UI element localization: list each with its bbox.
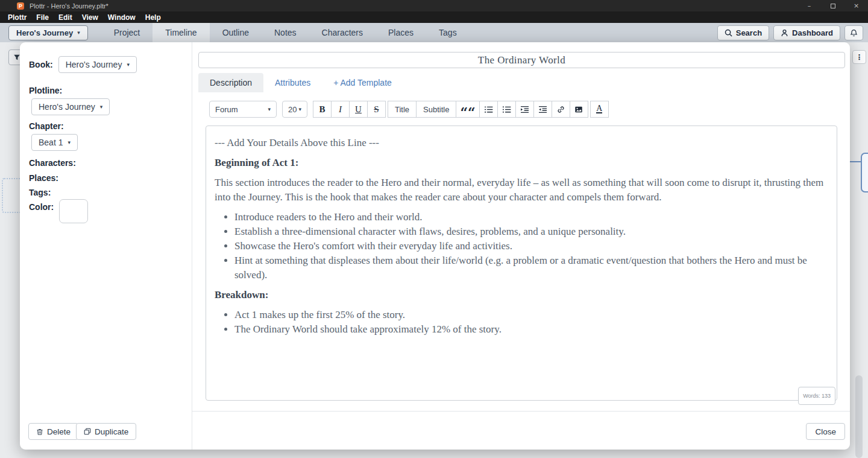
minimize-button[interactable]: –	[797, 0, 821, 11]
font-size-select[interactable]: 20 ▾	[282, 101, 307, 118]
link-button[interactable]	[552, 101, 570, 118]
plotline-dropdown-value: Hero's Journey	[39, 102, 95, 112]
rich-text-editor[interactable]: --- Add Your Details Above this Line ---…	[206, 126, 837, 401]
nav-tab-characters[interactable]: Characters	[309, 23, 376, 42]
editor-bullet-list: Introduce readers to the Hero and their …	[215, 210, 828, 282]
book-label: Book:	[29, 60, 53, 69]
timeline-scene-card[interactable]	[861, 153, 868, 192]
menu-item-edit[interactable]: Edit	[54, 13, 77, 22]
editor-list-item: Act 1 makes up the first 25% of the stor…	[234, 308, 828, 322]
plotline-label: Plotline:	[29, 86, 192, 95]
search-icon	[725, 29, 732, 37]
title-style-button[interactable]: Title	[388, 101, 417, 118]
editor-list-item: Establish a three-dimensional character …	[234, 224, 828, 239]
color-label: Color:	[29, 202, 54, 212]
search-button[interactable]: Search	[717, 25, 769, 40]
font-family-select[interactable]: Forum ▾	[209, 101, 277, 118]
duplicate-button-label: Duplicate	[95, 427, 128, 436]
tab-attributes[interactable]: Attributes	[263, 78, 322, 87]
indent-increase-button[interactable]	[515, 101, 534, 118]
nav-right-buttons: Search Dashboard	[717, 25, 863, 40]
chapter-label: Chapter:	[29, 121, 192, 131]
close-dialog-button[interactable]: Close	[806, 423, 845, 440]
italic-button[interactable]: I	[331, 101, 350, 118]
ordered-list-button[interactable]	[479, 101, 498, 118]
nav-tab-tags[interactable]: Tags	[426, 23, 470, 42]
bold-button[interactable]: B	[313, 101, 332, 118]
indent-decrease-button[interactable]	[533, 101, 552, 118]
vertical-ellipsis-icon: ⋮	[856, 53, 863, 62]
timeline-scrollbar[interactable]	[855, 375, 863, 458]
menu-item-file[interactable]: File	[31, 13, 54, 22]
indent-decrease-icon	[538, 106, 547, 113]
close-button-label: Close	[815, 427, 836, 436]
book-dropdown-value: Hero's Journey	[66, 60, 122, 69]
strikethrough-button[interactable]: S	[367, 101, 386, 118]
dashboard-button-label: Dashboard	[792, 28, 833, 37]
filter-funnel-icon	[13, 54, 20, 61]
bullet-list-button[interactable]	[497, 101, 516, 118]
menu-bar: PlottrFileEditViewWindowHelp	[0, 11, 868, 23]
bell-icon	[850, 29, 858, 37]
blockquote-button[interactable]: ““	[456, 101, 479, 118]
editor-content: --- Add Your Details Above this Line ---…	[215, 136, 828, 337]
underline-button[interactable]: U	[349, 101, 368, 118]
menu-item-help[interactable]: Help	[140, 13, 166, 22]
search-button-label: Search	[736, 28, 762, 37]
editor-list-item: Hint at something that displeases them a…	[234, 253, 828, 282]
notifications-button[interactable]	[844, 25, 863, 40]
editor-heading: Beginning of Act 1:	[215, 156, 828, 170]
indent-increase-icon	[520, 106, 529, 113]
nav-tab-notes[interactable]: Notes	[262, 23, 309, 42]
scene-card-dialog: Book: Hero's Journey ▾ Plotline: Hero's …	[20, 42, 850, 450]
nav-tab-outline[interactable]: Outline	[210, 23, 262, 42]
maximize-button[interactable]	[821, 0, 844, 11]
nav-bar: Hero's Journey ▾ ProjectTimelineOutlineN…	[0, 23, 868, 42]
font-family-value: Forum	[215, 105, 238, 114]
timeline-more-button[interactable]: ⋮	[852, 50, 866, 64]
window-title: Plottr - Hero's Journey.pltr*	[30, 2, 108, 10]
chevron-down-icon: ▾	[100, 104, 103, 110]
card-title-input[interactable]: The Ordinary World	[198, 52, 845, 68]
project-book-selector[interactable]: Hero's Journey ▾	[8, 25, 88, 40]
duplicate-button[interactable]: Duplicate	[76, 423, 136, 440]
nav-tabs: ProjectTimelineOutlineNotesCharactersPla…	[101, 23, 470, 42]
places-label: Places:	[29, 173, 192, 183]
window-controls: – ×	[797, 0, 868, 11]
card-tabs: Description Attributes + Add Template	[198, 73, 845, 92]
nav-tab-timeline[interactable]: Timeline	[153, 23, 209, 42]
book-dropdown[interactable]: Hero's Journey ▾	[58, 56, 137, 73]
chapter-dropdown[interactable]: Beat 1 ▾	[31, 134, 78, 151]
nav-tab-places[interactable]: Places	[376, 23, 426, 42]
delete-button[interactable]: Delete	[28, 423, 78, 440]
font-color-button[interactable]: A	[590, 101, 609, 118]
chevron-down-icon: ▾	[127, 62, 130, 68]
editor-paragraph: --- Add Your Details Above this Line ---	[215, 136, 828, 150]
chevron-down-icon: ▾	[68, 139, 71, 145]
link-icon	[557, 106, 565, 113]
chevron-down-icon: ▾	[77, 30, 80, 36]
nav-tab-project[interactable]: Project	[101, 23, 153, 42]
font-size-value: 20	[288, 105, 297, 114]
tab-description[interactable]: Description	[198, 73, 263, 92]
editor-heading: Breakdown:	[215, 288, 828, 302]
chapter-dropdown-value: Beat 1	[39, 138, 63, 147]
chevron-down-icon: ▾	[298, 106, 301, 112]
image-button[interactable]	[570, 101, 588, 118]
menu-item-window[interactable]: Window	[103, 13, 140, 22]
image-icon	[574, 106, 583, 113]
menu-item-view[interactable]: View	[77, 13, 103, 22]
close-window-button[interactable]: ×	[844, 0, 868, 11]
editor-list-item: Showcase the Hero's comfort with their e…	[234, 239, 828, 253]
dashboard-button[interactable]: Dashboard	[773, 25, 840, 40]
add-template-link[interactable]: + Add Template	[322, 78, 403, 87]
word-count-badge: Words: 133	[798, 387, 835, 405]
editor-list-item: The Ordinary World should take approxima…	[234, 322, 828, 337]
plotline-dropdown[interactable]: Hero's Journey ▾	[31, 98, 110, 115]
subtitle-style-button[interactable]: Subtitle	[416, 101, 456, 118]
color-swatch[interactable]	[59, 199, 88, 223]
plottr-logo-icon: P	[17, 2, 24, 10]
menu-item-plottr[interactable]: Plottr	[3, 13, 31, 22]
copy-icon	[84, 428, 91, 435]
user-icon	[781, 29, 788, 37]
